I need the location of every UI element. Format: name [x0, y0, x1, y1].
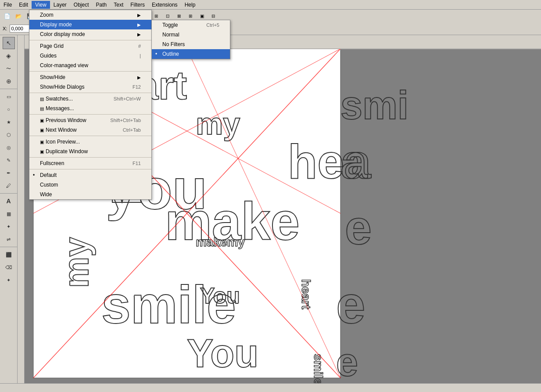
toggle-shortcut: Ctrl+5	[206, 22, 219, 28]
eraser-tool[interactable]: ⌫	[3, 261, 15, 273]
svg-text:e: e	[336, 340, 358, 384]
dropper-tool[interactable]: ✦	[3, 220, 15, 233]
node-tool[interactable]: ◈	[3, 50, 15, 62]
new-button[interactable]: 📄	[2, 11, 12, 22]
vertical-ruler	[18, 35, 25, 392]
menu-show-hide[interactable]: Show/Hide ▶	[29, 72, 151, 82]
toolbox: ↖ ◈ 〜 ⊕ ▭ ○ ★ ⬡ ◎ ✎ ✒ 🖊 A ▦ ✦ ⇌ ⬛ ⌫ ✦	[0, 35, 18, 392]
menu-next-window[interactable]: ▣ Next Window Ctrl+Tab	[29, 125, 151, 135]
menu-swatches[interactable]: ▤ Swatches... Shift+Ctrl+W	[29, 94, 151, 104]
sep2	[29, 71, 151, 72]
circle-tool[interactable]: ○	[3, 103, 15, 115]
sep7	[29, 169, 151, 169]
menu-default[interactable]: Default	[29, 170, 151, 180]
menu-custom[interactable]: Custom	[29, 180, 151, 190]
submenu-no-filters[interactable]: No Filters	[152, 40, 230, 49]
menu-text[interactable]: Text	[110, 1, 127, 9]
rect-tool[interactable]: ▭	[3, 90, 15, 103]
menu-help[interactable]: Help	[181, 1, 199, 9]
sep5	[29, 136, 151, 136]
menu-zoom[interactable]: Zoom ▶	[29, 10, 151, 20]
connector-tool[interactable]: ⇌	[3, 233, 15, 245]
menu-path[interactable]: Path	[93, 1, 111, 9]
svg-text:You: You	[200, 284, 240, 308]
svg-text:smi: smi	[340, 83, 408, 127]
menu-show-hide-dialogs[interactable]: Show/Hide Dialogs F12	[29, 82, 151, 92]
menu-wide[interactable]: Wide	[29, 190, 151, 199]
svg-text:smile: smile	[312, 354, 325, 385]
box3d-tool[interactable]: ⬡	[3, 129, 15, 141]
menu-layer[interactable]: Layer	[50, 1, 70, 9]
show-hide-arrow: ▶	[137, 75, 141, 80]
fill-tool[interactable]: ⬛	[3, 248, 15, 261]
tool-sep3	[0, 247, 17, 247]
menu-color-display-mode[interactable]: Color display mode ▶	[29, 29, 151, 39]
menubar: File Edit View Layer Object Path Text Fi…	[0, 0, 541, 10]
menu-display-mode[interactable]: Display mode ▶ Toggle Ctrl+5 Normal No F…	[29, 20, 151, 29]
svg-text:my: my	[196, 107, 240, 141]
fullscreen-shortcut: F11	[133, 161, 141, 166]
svg-text:makemy: makemy	[196, 235, 245, 249]
pen-tool[interactable]: ✒	[3, 167, 15, 179]
menu-filters[interactable]: Filters	[127, 1, 148, 9]
sep6	[29, 157, 151, 158]
svg-text:e: e	[336, 275, 365, 334]
menu-object[interactable]: Object	[70, 1, 93, 9]
menu-page-grid[interactable]: Page Grid #	[29, 41, 151, 51]
spray-tool[interactable]: ✦	[3, 274, 15, 286]
zoom-tool[interactable]: ⊕	[3, 75, 15, 87]
menu-extensions[interactable]: Extensions	[148, 1, 181, 9]
tool-sep2	[0, 193, 17, 194]
sep1	[29, 40, 151, 40]
text-tool[interactable]: A	[3, 195, 15, 207]
menu-previous-window[interactable]: ▣ Previous Window Shift+Ctrl+Tab	[29, 115, 151, 125]
view-menu-dropdown: Zoom ▶ Display mode ▶ Toggle Ctrl+5 Norm…	[29, 10, 152, 200]
sep3	[29, 93, 151, 93]
menu-guides[interactable]: Guides |	[29, 51, 151, 61]
submenu-outline[interactable]: Outline	[152, 49, 230, 59]
guides-shortcut: |	[140, 53, 141, 58]
select-tool[interactable]: ↖	[3, 37, 15, 49]
menu-view[interactable]: View	[32, 1, 50, 9]
menu-color-managed[interactable]: Color-managed view	[29, 61, 151, 70]
display-mode-arrow: ▶	[137, 22, 141, 27]
submenu-toggle[interactable]: Toggle Ctrl+5	[152, 20, 230, 30]
svg-text:my: my	[57, 237, 96, 288]
tweak-tool[interactable]: 〜	[3, 62, 15, 75]
submenu-normal[interactable]: Normal	[152, 30, 230, 40]
callig-tool[interactable]: 🖊	[3, 180, 15, 192]
svg-text:You: You	[187, 331, 258, 375]
statusbar	[0, 383, 541, 392]
sep4	[29, 114, 151, 115]
x-label: X:	[3, 26, 7, 31]
swatches-shortcut: Shift+Ctrl+W	[114, 96, 141, 101]
gradient-tool[interactable]: ▦	[3, 208, 15, 220]
star-tool[interactable]: ★	[3, 116, 15, 128]
open-button[interactable]: 📂	[13, 11, 24, 22]
menu-edit[interactable]: Edit	[15, 1, 32, 9]
menu-file[interactable]: File	[0, 1, 15, 9]
color-display-arrow: ▶	[137, 32, 141, 37]
prev-window-shortcut: Shift+Ctrl+Tab	[110, 118, 141, 123]
spiral-tool[interactable]: ◎	[3, 141, 15, 154]
svg-text:a: a	[340, 134, 368, 188]
svg-text:e: e	[345, 200, 372, 254]
page-grid-shortcut: #	[138, 43, 141, 49]
show-hide-dialogs-shortcut: F12	[133, 84, 141, 90]
zoom-arrow: ▶	[137, 13, 141, 18]
pencil-tool[interactable]: ✎	[3, 154, 15, 166]
menu-messages[interactable]: ▤ Messages...	[29, 104, 151, 113]
next-window-shortcut: Ctrl+Tab	[123, 127, 141, 133]
tool-sep1	[0, 89, 17, 89]
menu-icon-preview[interactable]: ▣ Icon Preview...	[29, 137, 151, 147]
display-mode-submenu: Toggle Ctrl+5 Normal No Filters Outline	[151, 20, 230, 59]
menu-fullscreen[interactable]: Fullscreen F11	[29, 158, 151, 168]
menu-duplicate-window[interactable]: ▣ Duplicate Window	[29, 147, 151, 156]
